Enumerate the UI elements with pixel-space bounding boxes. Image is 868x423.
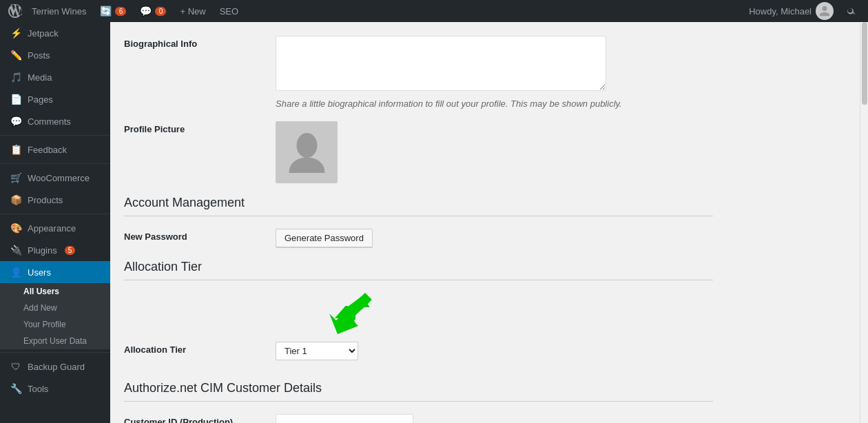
- admin-bar: Terrien Wines 🔄 6 💬 0 + New SEO Howdy, M…: [0, 0, 868, 22]
- posts-icon: ✏️: [10, 50, 22, 61]
- new-password-field: Generate Password: [276, 229, 713, 247]
- appearance-icon: 🎨: [10, 223, 22, 234]
- sidebar-item-backup-guard[interactable]: 🛡 Backup Guard: [0, 355, 110, 378]
- search-icon[interactable]: [840, 0, 862, 22]
- comments-count: 0: [155, 7, 166, 16]
- scrollbar-right[interactable]: [860, 22, 868, 423]
- sidebar-item-label-plugins: Plugins: [28, 245, 57, 256]
- media-icon: 🎵: [10, 72, 22, 83]
- sidebar-item-woocommerce[interactable]: 🛒 WooCommerce: [0, 167, 110, 189]
- sidebar-item-plugins[interactable]: 🔌 Plugins 5: [0, 239, 110, 261]
- tools-icon: 🔧: [10, 383, 22, 394]
- biographical-info-row: Biographical Info Share a little biograp…: [124, 36, 713, 109]
- howdy-text: Howdy, Michael: [749, 6, 812, 17]
- profile-picture-label: Profile Picture: [124, 121, 276, 134]
- profile-picture-field: [276, 121, 713, 183]
- customer-id-row: Customer ID (Production): [124, 414, 713, 423]
- updates-count: 6: [115, 7, 126, 16]
- profile-picture-row: Profile Picture: [124, 121, 713, 183]
- sidebar-item-users[interactable]: 👤 Users: [0, 261, 110, 283]
- generate-password-button[interactable]: Generate Password: [276, 229, 373, 247]
- updates-item[interactable]: 🔄 6: [93, 0, 133, 22]
- seo-item[interactable]: SEO: [213, 0, 245, 22]
- green-arrow-container: [317, 293, 713, 336]
- sidebar-item-label-media: Media: [28, 72, 52, 83]
- sidebar-item-label-pages: Pages: [28, 94, 53, 105]
- authorize-heading: Authorize.net CIM Customer Details: [124, 381, 713, 402]
- backup-guard-icon: 🛡: [10, 361, 22, 372]
- sidebar-menu-bottom: 🛡 Backup Guard 🔧 Tools: [0, 352, 110, 400]
- wp-logo[interactable]: [6, 0, 25, 22]
- sidebar-separator-1: [0, 135, 110, 136]
- sidebar-item-label-appearance: Appearance: [28, 223, 76, 234]
- sidebar-item-media[interactable]: 🎵 Media: [0, 66, 110, 88]
- sidebar-item-label-tools: Tools: [28, 384, 48, 394]
- sidebar-item-label-products: Products: [28, 195, 63, 205]
- biographical-info-label: Biographical Info: [124, 36, 276, 49]
- howdy-item[interactable]: Howdy, Michael: [742, 0, 840, 22]
- sidebar-item-label-comments: Comments: [28, 116, 71, 127]
- site-name-item[interactable]: Terrien Wines: [25, 0, 93, 22]
- sidebar-item-feedback[interactable]: 📋 Feedback: [0, 138, 110, 161]
- sidebar-item-appearance[interactable]: 🎨 Appearance: [0, 217, 110, 239]
- seo-label: SEO: [220, 6, 238, 17]
- sidebar-item-label-posts: Posts: [28, 50, 50, 61]
- new-password-row: New Password Generate Password: [124, 229, 713, 247]
- scrollbar-thumb[interactable]: [862, 22, 867, 105]
- sidebar-menu: ⚡ Jetpack ✏️ Posts 🎵 Media 📄 Pages 💬 Com…: [0, 22, 110, 283]
- comments-icon: 💬: [10, 116, 22, 127]
- new-password-label: New Password: [124, 229, 276, 242]
- sidebar-item-comments[interactable]: 💬 Comments: [0, 110, 110, 132]
- plugins-badge: 5: [65, 246, 76, 255]
- sidebar-item-pages[interactable]: 📄 Pages: [0, 88, 110, 110]
- biographical-info-field: Share a little biographical information …: [276, 36, 713, 109]
- new-content-label: + New: [180, 6, 205, 17]
- avatar: [816, 2, 834, 20]
- sidebar-sub-your-profile[interactable]: Your Profile: [0, 316, 110, 333]
- sidebar-item-label-jetpack: Jetpack: [28, 28, 59, 39]
- customer-id-label: Customer ID (Production): [124, 414, 276, 423]
- profile-picture-box: [276, 121, 338, 183]
- pages-icon: 📄: [10, 94, 22, 105]
- allocation-tier-select[interactable]: Tier 1 Tier 2 Tier 3: [276, 342, 358, 360]
- plugins-icon: 🔌: [10, 245, 22, 256]
- sidebar-sub-export-user-data[interactable]: Export User Data: [0, 333, 110, 349]
- sidebar-item-label-woocommerce: WooCommerce: [28, 173, 90, 183]
- svg-point-0: [296, 133, 317, 158]
- sidebar-item-label-feedback: Feedback: [28, 145, 67, 155]
- feedback-icon: 📋: [10, 144, 22, 155]
- users-icon: 👤: [10, 267, 22, 278]
- allocation-tier-label: Allocation Tier: [124, 342, 276, 355]
- woocommerce-icon: 🛒: [10, 172, 22, 183]
- account-management-heading: Account Management: [124, 196, 713, 216]
- sidebar-separator-4: [0, 352, 110, 353]
- sidebar-item-jetpack[interactable]: ⚡ Jetpack: [0, 22, 110, 44]
- sidebar-sub-all-users[interactable]: All Users: [0, 283, 110, 300]
- sidebar-separator-3: [0, 214, 110, 214]
- jetpack-icon: ⚡: [10, 28, 22, 39]
- bio-textarea[interactable]: [276, 36, 606, 91]
- sidebar-item-posts[interactable]: ✏️ Posts: [0, 44, 110, 66]
- sidebar-item-label-users: Users: [28, 267, 51, 278]
- sidebar-item-products[interactable]: 📦 Products: [0, 189, 110, 211]
- allocation-tier-heading: Allocation Tier: [124, 260, 713, 280]
- products-icon: 📦: [10, 194, 22, 205]
- allocation-tier-row: Allocation Tier Tier 1 Tier 2 Tier 3: [124, 342, 713, 360]
- customer-id-input[interactable]: [276, 414, 413, 423]
- comments-item[interactable]: 💬 0: [133, 0, 173, 22]
- sidebar-sub-add-new[interactable]: Add New: [0, 300, 110, 316]
- sidebar: ⚡ Jetpack ✏️ Posts 🎵 Media 📄 Pages 💬 Com…: [0, 22, 110, 423]
- customer-id-field: [276, 414, 713, 423]
- allocation-tier-field: Tier 1 Tier 2 Tier 3: [276, 342, 713, 360]
- main-content: Biographical Info Share a little biograp…: [110, 22, 860, 423]
- sidebar-separator-2: [0, 163, 110, 164]
- sidebar-item-tools[interactable]: 🔧 Tools: [0, 378, 110, 400]
- green-arrow-icon: [317, 293, 372, 334]
- users-submenu: All Users Add New Your Profile Export Us…: [0, 283, 110, 349]
- bio-hint: Share a little biographical information …: [276, 99, 713, 109]
- site-name-text: Terrien Wines: [32, 6, 86, 17]
- new-content-item[interactable]: + New: [173, 0, 212, 22]
- sidebar-item-label-backup-guard: Backup Guard: [28, 362, 85, 372]
